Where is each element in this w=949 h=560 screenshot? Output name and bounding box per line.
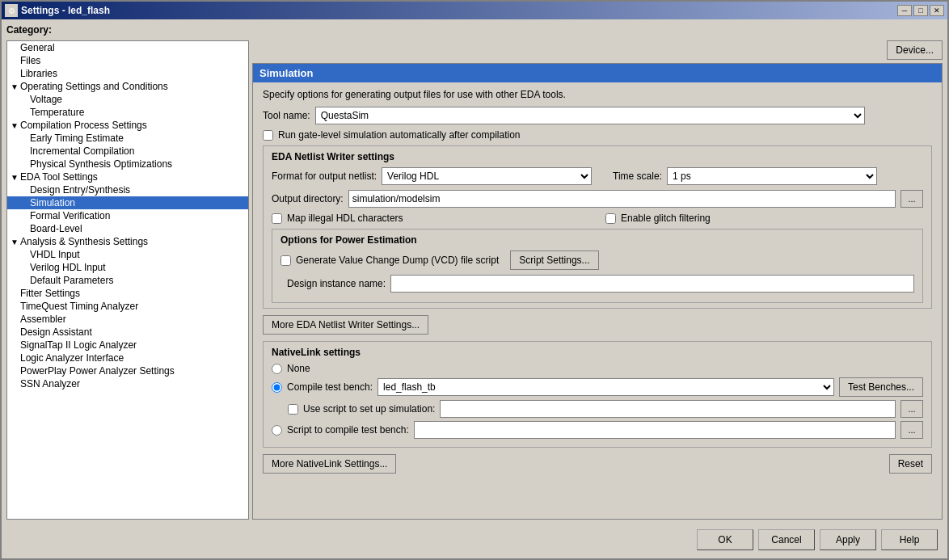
tool-name-combo[interactable]: QuestaSim ModelSim Active-HDL [315, 107, 865, 124]
toggle-operating: ▼ [11, 82, 19, 91]
power-section-title: Options for Power Estimation [280, 234, 914, 246]
category-label: Category: [6, 24, 943, 36]
reset-button[interactable]: Reset [889, 454, 932, 474]
device-btn-row: Device... [252, 40, 943, 60]
glitch-filter-checkbox[interactable] [605, 213, 616, 224]
sidebar-item-design-assistant[interactable]: Design Assistant [7, 326, 248, 339]
sidebar-item-assembler[interactable]: Assembler [7, 313, 248, 326]
nativelink-title: NativeLink settings [272, 347, 923, 358]
sidebar-item-ssn[interactable]: SSN Analyzer [7, 377, 248, 390]
vcd-checkbox[interactable] [280, 255, 291, 266]
sidebar-item-libraries[interactable]: Libraries [7, 67, 248, 80]
device-button[interactable]: Device... [887, 40, 943, 60]
sidebar-item-eda[interactable]: ▼ EDA Tool Settings [7, 171, 248, 183]
sidebar-item-timequest[interactable]: TimeQuest Timing Analyzer [7, 300, 248, 313]
sidebar-item-verilog[interactable]: Verilog HDL Input [7, 261, 248, 274]
ok-button[interactable]: OK [697, 529, 753, 550]
output-dir-row: Output directory: ... [272, 190, 923, 208]
script-compile-row: Script to compile test bench: ... [272, 421, 923, 439]
sidebar-item-general[interactable]: General [7, 41, 248, 54]
more-native-button[interactable]: More NativeLink Settings... [263, 454, 396, 474]
sidebar-label-general: General [20, 42, 55, 53]
sidebar-label-compilation: Compilation Process Settings [20, 120, 147, 131]
run-gate-row: Run gate-level simulation automatically … [263, 129, 932, 141]
vcd-label: Generate Value Change Dump (VCD) file sc… [296, 255, 499, 266]
sidebar-item-vhdl[interactable]: VHDL Input [7, 248, 248, 261]
script-compile-input[interactable] [414, 421, 896, 439]
sidebar-label-logic-analyzer: Logic Analyzer Interface [20, 352, 124, 364]
close-button[interactable]: ✕ [930, 5, 944, 16]
title-bar-buttons: ─ □ ✕ [897, 5, 944, 16]
sidebar-item-temperature[interactable]: Temperature [7, 106, 248, 119]
more-native-row: More NativeLink Settings... Reset [263, 454, 932, 474]
app-icon: ⚙ [5, 4, 18, 17]
sidebar-item-early-timing[interactable]: Early Timing Estimate [7, 132, 248, 145]
main-window: ⚙ Settings - led_flash ─ □ ✕ Category: G… [0, 0, 949, 560]
use-script-input[interactable] [440, 400, 896, 418]
sidebar-item-incremental[interactable]: Incremental Compilation [7, 145, 248, 158]
map-glitch-row: Map illegal HDL characters Enable glitch… [272, 213, 923, 229]
sidebar-item-simulation[interactable]: Simulation [7, 196, 248, 209]
tool-name-row: Tool name: QuestaSim ModelSim Active-HDL [263, 107, 932, 124]
output-dir-input[interactable] [348, 190, 896, 208]
maximize-button[interactable]: □ [913, 5, 928, 16]
sidebar-label-assembler: Assembler [20, 314, 66, 325]
apply-button[interactable]: Apply [820, 529, 876, 550]
format-combo[interactable]: Verilog HDL VHDL [382, 167, 592, 185]
script-settings-button[interactable]: Script Settings... [510, 251, 598, 270]
power-section: Options for Power Estimation Generate Va… [272, 229, 923, 303]
sidebar-label-formal: Formal Verification [30, 210, 110, 221]
compile-bench-radio[interactable] [272, 382, 282, 393]
sidebar-label-incremental: Incremental Compilation [30, 145, 134, 157]
use-script-checkbox[interactable] [288, 404, 298, 415]
right-panel: Device... Simulation Specify options for… [252, 40, 943, 520]
sidebar-item-fitter[interactable]: Fitter Settings [7, 287, 248, 300]
sidebar-label-eda: EDA Tool Settings [20, 171, 98, 183]
script-compile-browse-button[interactable]: ... [900, 421, 923, 439]
minimize-button[interactable]: ─ [897, 5, 912, 16]
use-script-browse-button[interactable]: ... [900, 400, 923, 418]
more-eda-button[interactable]: More EDA Netlist Writer Settings... [263, 315, 428, 335]
sidebar-label-operating: Operating Settings and Conditions [20, 81, 168, 92]
window-body: Category: General Files Libraries ▼ [2, 19, 947, 558]
toggle-compilation: ▼ [11, 121, 19, 130]
design-instance-row: Design instance name: [280, 275, 914, 293]
output-dir-label: Output directory: [272, 193, 344, 204]
sidebar-item-powerplay[interactable]: PowerPlay Power Analyzer Settings [7, 364, 248, 377]
sidebar-item-default-params[interactable]: Default Parameters [7, 274, 248, 287]
sidebar-item-operating[interactable]: ▼ Operating Settings and Conditions [7, 80, 248, 93]
design-instance-input[interactable] [390, 275, 914, 293]
main-content: General Files Libraries ▼ Operating Sett… [6, 40, 943, 520]
sidebar-item-files[interactable]: Files [7, 54, 248, 67]
map-illegal-row: Map illegal HDL characters [272, 213, 589, 224]
test-benches-button[interactable]: Test Benches... [839, 377, 923, 397]
sidebar-item-design-entry[interactable]: Design Entry/Synthesis [7, 183, 248, 196]
sidebar-item-physical[interactable]: Physical Synthesis Optimizations [7, 158, 248, 171]
sidebar-label-physical: Physical Synthesis Optimizations [30, 158, 172, 170]
sidebar-item-board[interactable]: Board-Level [7, 222, 248, 235]
compile-bench-combo[interactable]: led_flash_tb [377, 378, 834, 396]
sidebar-item-formal[interactable]: Formal Verification [7, 209, 248, 222]
cancel-button[interactable]: Cancel [758, 529, 815, 550]
script-compile-radio[interactable] [272, 425, 282, 436]
output-dir-browse-button[interactable]: ... [900, 190, 923, 208]
panel-body: Specify options for generating output fi… [253, 82, 942, 519]
map-illegal-label: Map illegal HDL characters [287, 213, 403, 224]
sidebar-item-logic-analyzer[interactable]: Logic Analyzer Interface [7, 352, 248, 364]
sidebar-item-signaltap[interactable]: SignalTap II Logic Analyzer [7, 339, 248, 352]
timescale-combo[interactable]: 1 ps 10 ps 100 ps 1 ns [667, 167, 877, 185]
glitch-filter-row: Enable glitch filtering [605, 213, 923, 224]
map-illegal-checkbox[interactable] [272, 213, 282, 224]
sidebar-label-design-entry: Design Entry/Synthesis [30, 184, 130, 196]
sidebar-item-analysis[interactable]: ▼ Analysis & Synthesis Settings [7, 235, 248, 248]
sidebar-item-voltage[interactable]: Voltage [7, 93, 248, 106]
none-radio[interactable] [272, 364, 282, 374]
eda-section: EDA Netlist Writer settings Format for o… [263, 145, 932, 309]
sidebar-item-compilation[interactable]: ▼ Compilation Process Settings [7, 119, 248, 132]
run-gate-checkbox[interactable] [263, 130, 273, 141]
run-gate-label: Run gate-level simulation automatically … [278, 129, 520, 141]
help-button[interactable]: Help [881, 529, 938, 550]
format-timescale-row: Format for output netlist: Verilog HDL V… [272, 167, 923, 185]
sidebar-label-board: Board-Level [30, 223, 82, 234]
sidebar-label-voltage: Voltage [30, 94, 62, 105]
